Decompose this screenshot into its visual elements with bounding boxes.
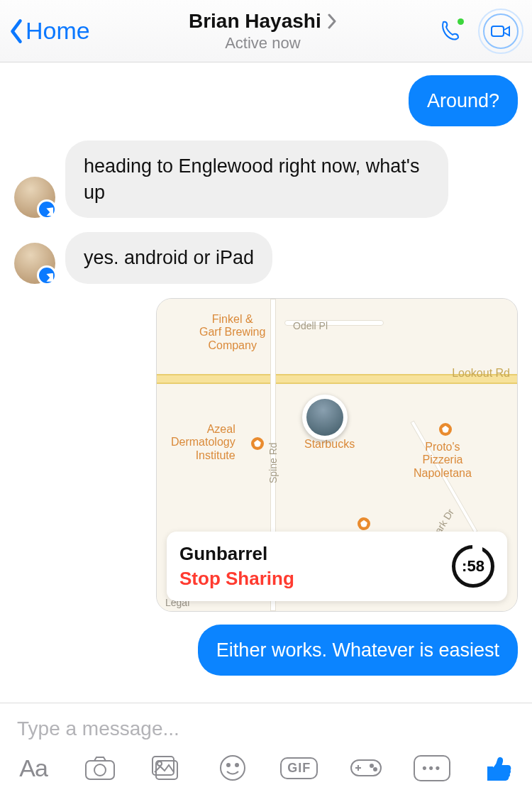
map-poi-label: Finkel & Garf Brewing Company — [199, 313, 265, 352]
composer-toolbar: Aa GIF ••• — [0, 744, 532, 797]
camera-icon — [84, 755, 116, 781]
chevron-right-icon — [327, 13, 337, 29]
message-bubble[interactable]: yes. android or iPad — [65, 232, 272, 283]
map-road-label: Odell Pl — [293, 320, 328, 331]
message-out: Either works. Whatever is easiest — [14, 625, 518, 676]
gif-icon: GIF — [280, 757, 318, 779]
timer-value: :58 — [462, 557, 484, 576]
header-title-area[interactable]: Brian Hayashi Active now — [90, 10, 436, 53]
gamepad-icon — [349, 756, 383, 780]
like-button[interactable] — [478, 750, 519, 786]
svg-rect-1 — [86, 761, 114, 779]
voice-call-button[interactable] — [436, 16, 465, 46]
svg-point-7 — [227, 764, 230, 766]
message-bubble[interactable]: heading to Englewood right now, what's u… — [65, 141, 448, 218]
svg-point-5 — [157, 762, 162, 766]
gallery-button[interactable] — [145, 750, 187, 786]
thumbs-up-icon — [484, 753, 514, 783]
svg-point-2 — [94, 764, 106, 776]
message-in: yes. android or iPad — [14, 232, 518, 283]
map-poi-label: Proto's Pizzeria Napoletana — [414, 441, 472, 480]
map-poi-icon — [251, 437, 264, 450]
composer: Type a message... Aa GIF ••• — [0, 703, 532, 797]
location-name: Gunbarrel — [179, 543, 452, 565]
svg-point-10 — [370, 764, 373, 767]
back-label: Home — [26, 17, 90, 45]
contact-avatar[interactable] — [14, 177, 55, 218]
stop-sharing-button[interactable]: Stop Sharing — [179, 568, 452, 590]
map-poi-label: Starbucks — [304, 438, 355, 451]
chevron-left-icon — [9, 18, 24, 45]
active-dot-icon — [458, 18, 464, 25]
share-timer: :58 — [452, 545, 494, 588]
more-button[interactable]: ••• — [411, 750, 453, 786]
more-icon: ••• — [414, 755, 450, 781]
contact-avatar[interactable] — [14, 243, 55, 284]
video-call-button[interactable] — [478, 9, 523, 54]
messages-list: Around? heading to Englewood right now, … — [0, 62, 532, 687]
map-poi-icon — [358, 517, 370, 530]
contact-status: Active now — [90, 34, 436, 53]
svg-point-6 — [221, 756, 245, 780]
map-road-label: Spine Rd — [267, 442, 279, 483]
message-in: heading to Englewood right now, what's u… — [14, 141, 518, 218]
text-format-button[interactable]: Aa — [13, 750, 54, 786]
gif-button[interactable]: GIF — [279, 750, 320, 786]
message-input[interactable]: Type a message... — [0, 703, 532, 744]
location-share-row: Finkel & Garf Brewing Company Odell Pl L… — [14, 298, 518, 612]
user-location-pin[interactable] — [302, 395, 348, 440]
map-road-label: Lookout Rd — [452, 367, 510, 380]
contact-name: Brian Hayashi — [189, 10, 321, 33]
camera-button[interactable] — [79, 750, 121, 786]
location-panel: Gunbarrel Stop Sharing :58 — [167, 532, 507, 601]
message-out: Around? — [14, 75, 518, 126]
chat-header: Home Brian Hayashi Active now — [0, 0, 532, 62]
message-bubble[interactable]: Either works. Whatever is easiest — [198, 625, 518, 676]
back-button[interactable]: Home — [9, 17, 90, 45]
message-bubble[interactable]: Around? — [409, 75, 518, 126]
map-poi-label: Azeal Dermatology Institute — [171, 423, 235, 462]
smiley-icon — [218, 754, 247, 782]
map-canvas[interactable]: Finkel & Garf Brewing Company Odell Pl L… — [157, 299, 517, 611]
gallery-icon — [150, 754, 182, 782]
svg-point-11 — [374, 768, 377, 771]
svg-point-8 — [235, 764, 238, 766]
location-card[interactable]: Finkel & Garf Brewing Company Odell Pl L… — [156, 298, 518, 612]
svg-rect-0 — [492, 26, 504, 36]
video-icon — [491, 24, 511, 38]
games-button[interactable] — [345, 750, 387, 786]
map-poi-icon — [439, 423, 452, 436]
emoji-button[interactable] — [212, 750, 253, 786]
